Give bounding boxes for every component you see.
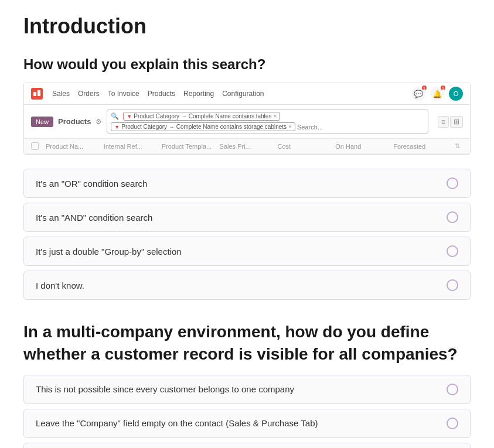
filter-tag-2-text: Product Category → Complete Name contain… xyxy=(121,124,287,130)
select-all-checkbox[interactable] xyxy=(31,142,39,150)
option-1-1[interactable]: It's an "OR" condition search xyxy=(23,169,471,198)
svg-rect-0 xyxy=(33,92,36,96)
option-2-2[interactable]: Leave the "Company" field empty on the c… xyxy=(23,409,471,438)
option-1-2-radio[interactable] xyxy=(447,211,458,223)
search-input[interactable] xyxy=(297,124,378,131)
odoo-nav-items: Sales Orders To Invoice Products Reporti… xyxy=(52,90,402,98)
notification-badge-2[interactable]: 🔔 1 xyxy=(430,87,444,101)
option-1-1-text: It's an "OR" condition search xyxy=(36,179,147,189)
filter-tag-1-close[interactable]: × xyxy=(273,113,277,119)
option-2-2-text: Leave the "Company" field empty on the c… xyxy=(36,418,318,428)
odoo-toolbar: New Products ⚙ 🔍 ▼ Product Category → Co… xyxy=(24,105,470,139)
badge-count-1: 1 xyxy=(422,86,427,90)
filter-tag-2-close[interactable]: × xyxy=(288,124,292,130)
nav-reporting[interactable]: Reporting xyxy=(183,90,214,98)
col-cost: Cost xyxy=(277,143,335,150)
filter-tag-1-text: Product Category → Complete Name contain… xyxy=(134,113,271,119)
nav-sales[interactable]: Sales xyxy=(52,90,70,98)
filter-icon-2: ▼ xyxy=(114,124,120,130)
option-2-2-radio[interactable] xyxy=(447,418,458,429)
option-2-1[interactable]: This is not possible since every custome… xyxy=(23,375,471,404)
odoo-ui-mockup: Sales Orders To Invoice Products Reporti… xyxy=(23,83,471,155)
col-on-hand: On Hand xyxy=(335,143,393,150)
nav-configuration[interactable]: Configuration xyxy=(222,90,264,98)
svg-rect-1 xyxy=(38,90,40,96)
new-button[interactable]: New xyxy=(31,117,53,127)
question1-options: It's an "OR" condition search It's an "A… xyxy=(23,169,471,300)
page-title: Introduction xyxy=(23,14,471,39)
nav-products[interactable]: Products xyxy=(148,90,175,98)
option-1-2-text: It's an "AND" condition search xyxy=(36,213,152,223)
user-avatar[interactable]: O xyxy=(449,87,463,101)
question2-heading: In a multi-company environment, how do y… xyxy=(23,321,471,365)
gear-icon[interactable]: ⚙ xyxy=(96,118,102,126)
filter-tag-1[interactable]: ▼ Product Category → Complete Name conta… xyxy=(123,112,280,121)
option-1-4-radio[interactable] xyxy=(447,279,458,291)
option-1-4-text: I don't know. xyxy=(36,281,84,290)
table-header: Product Na... Internal Ref... Product Te… xyxy=(24,139,470,154)
breadcrumb-products: Products xyxy=(58,117,91,126)
option-1-4[interactable]: I don't know. xyxy=(23,271,471,300)
option-1-3-text: It's just a double "Group-by" selection xyxy=(36,247,182,257)
col-product-template: Product Templa... xyxy=(162,143,220,150)
col-product-name: Product Na... xyxy=(46,143,104,150)
option-1-2[interactable]: It's an "AND" condition search xyxy=(23,203,471,232)
question2-options: This is not possible since every custome… xyxy=(23,375,471,448)
option-2-1-text: This is not possible since every custome… xyxy=(36,384,294,394)
option-1-3-radio[interactable] xyxy=(447,245,458,257)
list-view-btn[interactable]: ≡ xyxy=(438,116,449,128)
col-settings-icon[interactable]: ⇅ xyxy=(451,142,463,150)
nav-toinvoice[interactable]: To Invoice xyxy=(108,90,139,98)
view-buttons: ≡ ⊞ xyxy=(438,116,463,128)
nav-orders[interactable]: Orders xyxy=(78,90,100,98)
badge-count-2: 1 xyxy=(441,86,445,90)
search-bar[interactable]: 🔍 ▼ Product Category → Complete Name con… xyxy=(107,110,428,134)
odoo-nav-right: 💬 1 🔔 1 O xyxy=(411,87,463,101)
option-2-1-radio[interactable] xyxy=(447,384,458,395)
col-internal-ref: Internal Ref... xyxy=(104,143,162,150)
notification-badge-1[interactable]: 💬 1 xyxy=(411,87,425,101)
col-sales-price: Sales Pri... xyxy=(220,143,278,150)
search-icon: 🔍 xyxy=(111,112,119,120)
col-forecasted: Forecasted xyxy=(393,143,451,150)
odoo-logo xyxy=(31,88,43,100)
settings-btn[interactable]: ⊞ xyxy=(450,116,463,128)
option-1-3[interactable]: It's just a double "Group-by" selection xyxy=(23,237,471,266)
odoo-navbar: Sales Orders To Invoice Products Reporti… xyxy=(24,83,470,105)
option-2-3[interactable]: Check the box "Accessible to Everyone" o… xyxy=(23,443,471,448)
question1-heading: How would you explain this search? xyxy=(23,55,471,73)
filter-tag-2[interactable]: ▼ Product Category → Complete Name conta… xyxy=(111,122,295,131)
filter-icon-1: ▼ xyxy=(127,114,132,119)
option-1-1-radio[interactable] xyxy=(447,177,458,189)
